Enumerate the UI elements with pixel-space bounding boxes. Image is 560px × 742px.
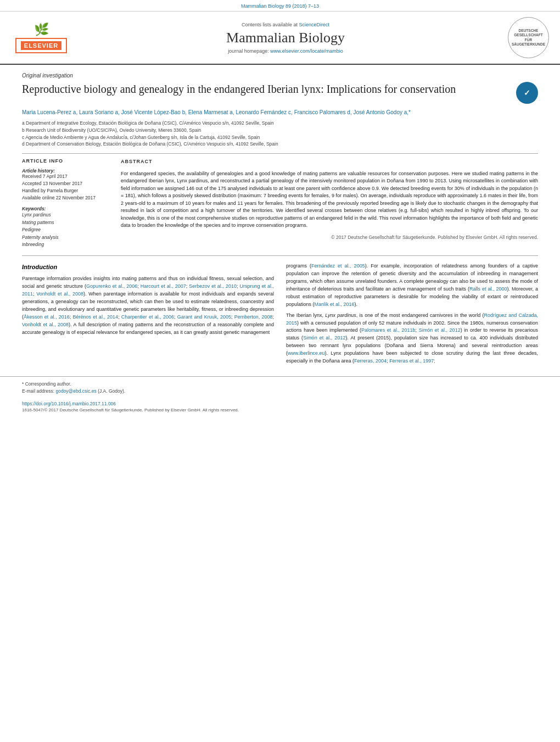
journal-citation-bar: Mammalian Biology 89 (2018) 7–13 (0, 0, 560, 12)
email-line: E-mail address: godoy@ebd.csic.es (J.A. … (22, 388, 538, 394)
abstract-heading: ABSTRACT (121, 158, 538, 166)
keywords-section: Keywords: Lynx pardinus Mating patterns … (22, 206, 110, 249)
copyright-line: © 2017 Deutsche Gesellschaft für Säugeti… (121, 234, 538, 241)
body-left-col: Introduction Parentage information provi… (22, 263, 274, 369)
ref-ralls[interactable]: Ralls et al., 2000 (469, 286, 507, 292)
ref-berenos[interactable]: Bérénos et al., 2014 (72, 314, 118, 320)
elsevier-tree-icon: 🌿 (11, 23, 71, 37)
available-online: Available online 22 November 2017 (22, 195, 110, 200)
crossmark-badge: ✓ (516, 82, 538, 104)
body-right-col: programs (Fernández et al., 2005). For e… (286, 263, 538, 369)
article-container: Original investigation Reproductive biol… (0, 65, 560, 369)
ref-ferreras-1997[interactable]: Ferreras et al., 1997; (389, 358, 435, 364)
body-text-cols: Introduction Parentage information provi… (22, 263, 538, 369)
article-info-abstract-cols: ARTICLE INFO Article history: Received 7… (22, 158, 538, 249)
article-title-row: Reproductive biology and genealogy in th… (22, 82, 538, 104)
keywords-label: Keywords: (22, 206, 110, 211)
body-divider (22, 255, 538, 256)
article-info-heading: ARTICLE INFO (22, 158, 110, 164)
ref-iberlince[interactable]: www.iberlince.eu (288, 350, 325, 356)
sciencedirect-link[interactable]: ScienceDirect (299, 22, 330, 27)
ref-gopurenko[interactable]: Gopurenko et al., 2006 (86, 283, 137, 289)
article-type-label: Original investigation (22, 72, 538, 79)
authors-line: Maria Lucena-Perez a, Laura Soriano a, J… (22, 108, 538, 116)
article-top-divider (22, 153, 538, 154)
accepted-date: Accepted 13 November 2017 (22, 181, 110, 186)
homepage-url[interactable]: www.elsevier.com/locate/mambio (270, 48, 343, 54)
keywords-list: Lynx pardinus Mating patterns Pedigree P… (22, 211, 110, 249)
journal-name: Mammalian Biology (71, 30, 500, 46)
abstract-text: For endangered species, the availability… (121, 170, 538, 230)
affiliations-section: a Department of Integrative Ecology, Est… (22, 120, 538, 148)
ref-vonholdt-2008b[interactable]: Vonholdt et al., 2008 (22, 322, 69, 327)
abstract-col: ABSTRACT For endangered species, the ava… (121, 158, 538, 249)
footnote-area: * Corresponding author. E-mail address: … (0, 376, 560, 399)
society-logo-area: DEUTSCHE GESELLSCHAFT FÜR SÄUGETIERKUNDE (500, 17, 549, 58)
issn-line: 1616-5047/© 2017 Deutsche Gesellschaft f… (0, 406, 560, 417)
journal-citation: Mammalian Biology 89 (2018) 7–13 (241, 3, 319, 9)
email-link[interactable]: godoy@ebd.csic.es (55, 388, 96, 394)
doi-line: https://doi.org/10.1016/j.mambio.2017.11… (0, 401, 560, 406)
ref-pemberton[interactable]: Pemberton, 2008 (234, 314, 273, 320)
keyword-5: Inbreeding (22, 241, 110, 249)
keyword-4: Paternity analysis (22, 234, 110, 242)
article-title: Reproductive biology and genealogy in th… (22, 82, 508, 96)
history-label: Article history: (22, 168, 110, 174)
ref-serbezov[interactable]: Serbezov et al., 2010 (189, 283, 237, 289)
ref-simon-2012b[interactable]: Simón et al., 2012 (303, 335, 345, 341)
homepage-line: journal homepage: www.elsevier.com/locat… (71, 48, 500, 54)
journal-title-section: Contents lists available at ScienceDirec… (71, 22, 500, 54)
ref-palomares[interactable]: Palomares et al., 2011b (361, 327, 415, 333)
affiliation-d: d Department of Conservation Biology, Es… (22, 141, 538, 148)
keyword-1: Lynx pardinus (22, 211, 110, 219)
ref-vonholdt-2008[interactable]: Vonholdt et al., 2008 (36, 291, 83, 297)
body-right-para-2: The Iberian lynx, Lynx pardinus, is one … (286, 312, 538, 366)
intro-para-1: Parentage information provides insights … (22, 275, 274, 337)
ref-charpentier[interactable]: Charpentier et al., 2006 (121, 314, 174, 320)
ref-harcourt[interactable]: Harcourt et al., 2007 (141, 283, 186, 289)
ref-manlik[interactable]: Manlik et al., 2016 (315, 302, 355, 307)
ref-rodriguez[interactable]: Rodríguez and Calzada, 2015 (286, 313, 538, 326)
keyword-3: Pedigree (22, 226, 110, 234)
received-date: Received 7 April 2017 (22, 174, 110, 179)
handled-by: Handled by Pamela Burger (22, 188, 110, 193)
ref-akesson[interactable]: Åkesson et al., 2016 (24, 314, 70, 320)
article-info-col: ARTICLE INFO Article history: Received 7… (22, 158, 110, 249)
intro-heading: Introduction (22, 263, 274, 272)
elsevier-logo: 🌿 ELSEVIER (11, 23, 71, 53)
affiliation-a: a Department of Integrative Ecology, Est… (22, 120, 538, 127)
ref-garant[interactable]: Garant and Kruuk, 2005 (177, 314, 231, 320)
journal-header: 🌿 ELSEVIER Contents lists available at S… (0, 12, 560, 65)
elsevier-wordmark: ELSEVIER (15, 38, 67, 53)
affiliation-b: b Research Unit of Biodiversity (UO/CSIC… (22, 127, 538, 134)
ref-simon-2012[interactable]: Simón et al., 2012 (419, 327, 461, 333)
doi-link[interactable]: https://doi.org/10.1016/j.mambio.2017.11… (22, 401, 116, 406)
ref-fernandez[interactable]: Fernández et al., 2005 (311, 263, 365, 269)
society-logo: DEUTSCHE GESELLSCHAFT FÜR SÄUGETIERKUNDE (508, 17, 549, 58)
keyword-2: Mating patterns (22, 219, 110, 227)
body-right-para-1: programs (Fernández et al., 2005). For e… (286, 263, 538, 309)
elsevier-name-label: ELSEVIER (21, 41, 61, 50)
affiliation-c: c Agencia de Medio Ambiente y Agua de An… (22, 134, 538, 141)
contents-available-line: Contents lists available at ScienceDirec… (71, 22, 500, 27)
corresponding-author-note: * Corresponding author. (22, 381, 538, 387)
crossmark-icon: ✓ (524, 88, 530, 98)
ref-ferreras-2004[interactable]: Ferreras, 2004 (354, 358, 387, 364)
